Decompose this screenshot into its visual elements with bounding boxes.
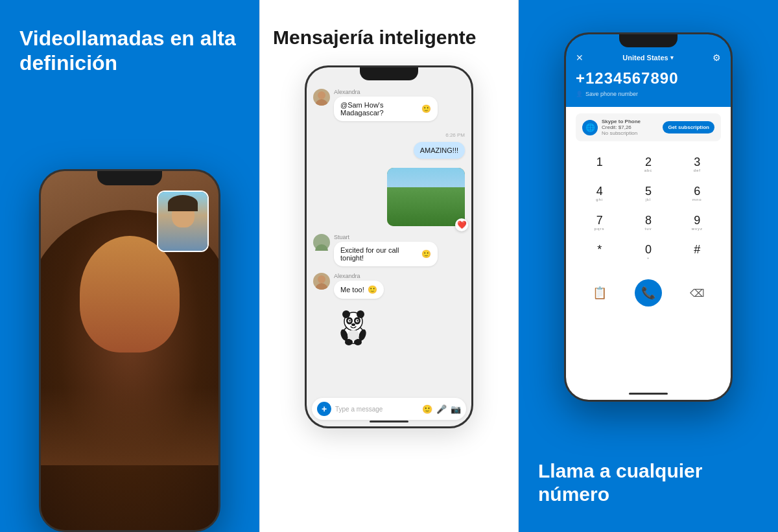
credit-amount: Credit: $7,26 [602, 124, 641, 130]
svg-point-14 [349, 320, 350, 321]
dial-key-hash[interactable]: # [674, 238, 721, 266]
dial-key-8[interactable]: 8 tuv [624, 209, 672, 237]
save-phone-label: Save phone number [585, 91, 638, 97]
dial-action-row: 📋 📞 ⌫ [576, 273, 721, 313]
emoji-3: 🙂 [368, 285, 377, 294]
svg-point-15 [357, 320, 358, 321]
key-num-hash: # [694, 244, 700, 255]
chat-content-1: Alexandra @Sam How's Madagascar? 🙂 [334, 89, 438, 121]
dial-call-action[interactable]: 📞 [624, 273, 672, 313]
dial-key-9[interactable]: 9 wxyz [674, 209, 721, 237]
key-letters-5: jkl [646, 198, 652, 203]
delete-icon[interactable]: ⌫ [690, 287, 705, 299]
key-num-3: 3 [694, 156, 700, 168]
phone-outer-video [39, 169, 220, 532]
panel-dialpad: ✕ United States ▾ ⚙ +1234567890 👤 Save p… [519, 0, 778, 532]
emoji-1: 🙂 [421, 104, 431, 113]
phone-notch-video [97, 171, 162, 185]
chat-input-placeholder[interactable]: Type a message [335, 406, 422, 413]
svg-point-1 [315, 99, 328, 106]
chat-message-image: ❤️ [313, 165, 465, 226]
key-num-5: 5 [645, 185, 652, 197]
thumb-hair [168, 195, 198, 211]
dial-key-7[interactable]: 7 pqrs [576, 209, 623, 237]
thumb-face [158, 192, 207, 251]
get-subscription-button[interactable]: Get subscription [663, 121, 714, 133]
dial-contacts-action[interactable]: 📋 [576, 273, 623, 313]
dial-key-2[interactable]: 2 abc [624, 151, 672, 179]
chat-text-1: @Sam How's Madagascar? [340, 101, 418, 117]
key-letters-2: abc [644, 168, 653, 174]
key-num-8: 8 [645, 214, 652, 226]
dial-key-4[interactable]: 4 ghi [576, 180, 623, 208]
dial-country[interactable]: United States ▾ [622, 54, 673, 62]
key-letters-7: pqrs [595, 227, 605, 232]
key-letters-8: tuv [644, 227, 652, 232]
chat-time-1: 6:26 PM [445, 132, 465, 138]
avatar-stuart [313, 234, 330, 251]
dial-save-row[interactable]: 👤 Save phone number [576, 91, 721, 97]
svg-point-16 [351, 323, 355, 326]
credit-left: 🌐 Skype to Phone Credit: $7,26 No subscr… [582, 119, 641, 136]
chat-text-stuart: Excited for our call tonight! [340, 246, 418, 262]
key-num-4: 4 [596, 185, 603, 197]
chat-input-bar[interactable]: + Type a message 🙂 🎤 📷 [312, 398, 466, 420]
svg-point-8 [342, 310, 350, 318]
key-letters-3: def [694, 168, 701, 174]
smile [41, 387, 218, 465]
chat-text-amazing: AMAZING!!! [420, 146, 458, 154]
no-subscription-label: No subscription [602, 130, 641, 136]
dial-key-3[interactable]: 3 def [674, 151, 721, 179]
panda-sticker-container [334, 305, 465, 350]
panel-messaging: Mensajería inteligente Alexandra @Sam Ho… [259, 0, 519, 532]
emoji-2: 🙂 [421, 249, 431, 259]
dial-close-icon[interactable]: ✕ [576, 52, 584, 63]
add-button[interactable]: + [317, 402, 331, 416]
chat-input-icons: 🙂 🎤 📷 [422, 404, 461, 414]
phone-mockup-messaging: Alexandra @Sam How's Madagascar? 🙂 6:26 … [305, 65, 473, 428]
key-num-star: * [597, 244, 602, 255]
image-hills [387, 187, 465, 226]
dial-key-star[interactable]: * [576, 238, 623, 266]
chat-message-amazing: AMAZING!!! [313, 142, 465, 159]
camera-input-icon[interactable]: 📷 [451, 404, 461, 414]
dial-key-1[interactable]: 1 [576, 151, 623, 179]
phone-notch-messaging [360, 67, 418, 80]
svg-point-2 [318, 237, 325, 244]
dial-key-6[interactable]: 6 mno [674, 180, 721, 208]
phone-icon: 📞 [641, 286, 655, 300]
settings-icon[interactable]: ⚙ [713, 52, 721, 63]
chat-timestamp: 6:26 PM [313, 128, 465, 139]
call-button[interactable]: 📞 [635, 279, 662, 306]
chat-image-wrapper: ❤️ [387, 165, 465, 226]
key-num-9: 9 [694, 214, 700, 226]
chat-text-metoo: Me too! [340, 286, 364, 294]
panel2-title: Mensajería inteligente [273, 26, 505, 49]
chat-bubble-metoo: Me too! 🙂 [334, 281, 384, 299]
credit-info: Skype to Phone Credit: $7,26 No subscrip… [602, 119, 641, 136]
panel3-line1: Llama a cualquier [538, 459, 702, 483]
dial-key-0[interactable]: 0 + [624, 238, 672, 266]
home-indicator-messaging [370, 421, 408, 422]
mic-input-icon[interactable]: 🎤 [436, 404, 447, 414]
panda-sticker-svg [334, 305, 373, 347]
key-num-6: 6 [694, 185, 700, 197]
key-num-7: 7 [596, 214, 603, 226]
avatar-alexandra [313, 89, 330, 106]
emoji-input-icon[interactable]: 🙂 [422, 404, 432, 414]
panel1-title: Videollamadas en alta definición [19, 26, 240, 76]
dial-top-bar: ✕ United States ▾ ⚙ [576, 52, 721, 63]
heart-reaction: ❤️ [455, 218, 468, 231]
chat-bubble-1: @Sam How's Madagascar? 🙂 [334, 97, 438, 121]
chevron-down-icon: ▾ [670, 54, 674, 61]
dial-key-5[interactable]: 5 jkl [624, 180, 672, 208]
phone-notch-dialpad [619, 34, 678, 47]
svg-point-9 [357, 310, 364, 318]
phone-mockup-video [39, 169, 220, 532]
credit-title: Skype to Phone [602, 119, 641, 124]
svg-point-21 [348, 330, 359, 340]
video-thumbnail-small [157, 191, 209, 252]
phone-screen-dialpad: ✕ United States ▾ ⚙ +1234567890 👤 Save p… [566, 34, 731, 400]
dial-delete-action[interactable]: ⌫ [674, 273, 721, 313]
chat-image-landscape [387, 168, 465, 226]
